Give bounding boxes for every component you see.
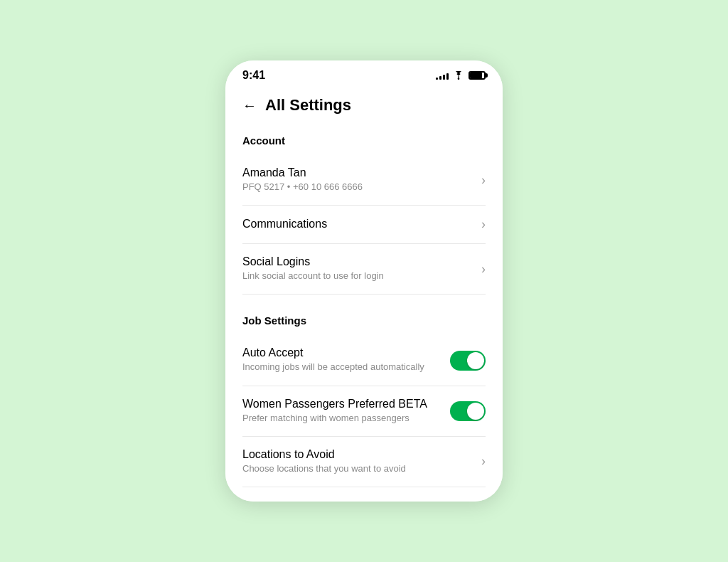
women-passengers-toggle[interactable] <box>450 401 486 421</box>
auto-accept-item[interactable]: Auto Accept Incoming jobs will be accept… <box>242 335 486 386</box>
header: ← All Settings <box>242 88 486 129</box>
account-section: Account Amanda Tan PFQ 5217 • +60 10 666… <box>242 129 486 295</box>
auto-accept-title: Auto Accept <box>242 346 441 359</box>
communications-title: Communications <box>242 218 473 230</box>
battery-icon <box>469 71 486 80</box>
women-passengers-subtitle: Prefer matching with women passengers <box>242 412 441 425</box>
chevron-icon: › <box>481 454 486 469</box>
auto-accept-subtitle: Incoming jobs will be accepted automatic… <box>242 361 441 373</box>
screen-content: ← All Settings Account Amanda Tan PFQ 52… <box>225 88 503 502</box>
job-settings-section-label: Job Settings <box>242 309 486 335</box>
job-settings-section: Job Settings Auto Accept Incoming jobs w… <box>242 309 486 487</box>
signal-icon <box>436 71 449 80</box>
section-spacer <box>242 295 486 309</box>
wifi-icon <box>453 71 464 80</box>
page-title: All Settings <box>265 96 351 115</box>
chevron-icon: › <box>481 173 486 188</box>
locations-to-avoid-item[interactable]: Locations to Avoid Choose locations that… <box>242 437 486 487</box>
phone-frame: 9:41 ← All Settings <box>225 60 503 502</box>
status-time: 9:41 <box>242 69 265 82</box>
social-logins-item[interactable]: Social Logins Link social account to use… <box>242 244 486 295</box>
back-button[interactable]: ← <box>242 97 257 114</box>
social-logins-subtitle: Link social account to use for login <box>242 270 473 282</box>
auto-accept-toggle[interactable] <box>450 351 486 371</box>
status-bar: 9:41 <box>225 60 503 88</box>
communications-item[interactable]: Communications › <box>242 206 486 244</box>
profile-item[interactable]: Amanda Tan PFQ 5217 • +60 10 666 6666 › <box>242 155 486 206</box>
women-passengers-item[interactable]: Women Passengers Preferred BETA Prefer m… <box>242 386 486 437</box>
status-icons <box>436 71 486 80</box>
profile-name: Amanda Tan <box>242 166 473 179</box>
chevron-icon: › <box>481 262 486 277</box>
women-passengers-title: Women Passengers Preferred BETA <box>242 398 441 410</box>
locations-to-avoid-subtitle: Choose locations that you want to avoid <box>242 462 473 475</box>
social-logins-title: Social Logins <box>242 255 473 268</box>
locations-to-avoid-title: Locations to Avoid <box>242 448 473 461</box>
svg-point-0 <box>458 78 460 80</box>
account-section-label: Account <box>242 129 486 155</box>
profile-details: PFQ 5217 • +60 10 666 6666 <box>242 181 473 193</box>
chevron-icon: › <box>481 217 486 232</box>
